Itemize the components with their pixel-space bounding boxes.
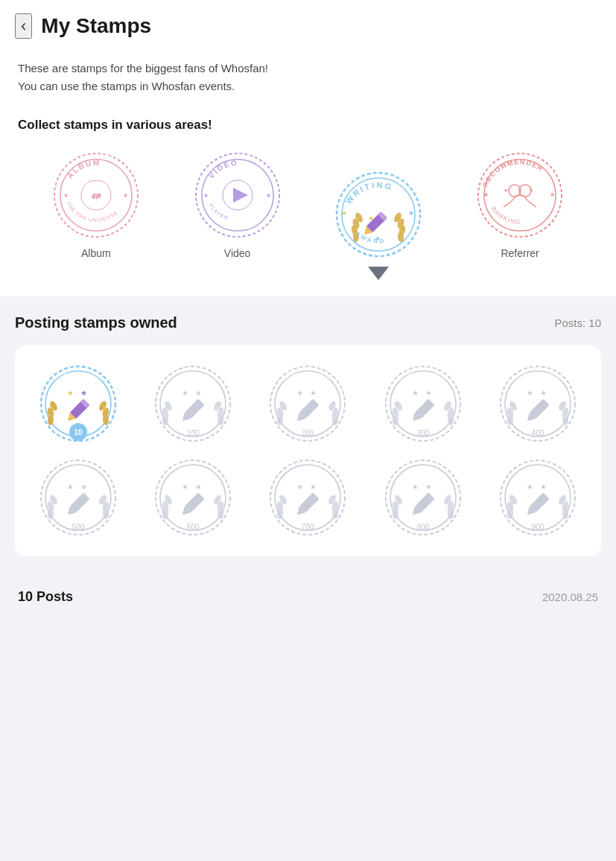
svg-text:★: ★ (425, 483, 432, 491)
grid-stamp-circle-10: ★ ★ 10 (37, 363, 119, 445)
page-title: My Stamps (41, 14, 151, 38)
svg-text:𝓌: 𝓌 (91, 187, 102, 202)
svg-marker-14 (233, 188, 248, 203)
svg-text:★: ★ (412, 389, 419, 397)
svg-text:PLAYER: PLAYER (208, 203, 229, 221)
svg-text:★: ★ (310, 389, 317, 397)
svg-text:★: ★ (296, 389, 303, 397)
detail-header: Posting stamps owned Posts: 10 (15, 314, 601, 331)
svg-text:★: ★ (527, 483, 533, 491)
active-stamp-arrow (368, 267, 389, 280)
svg-text:★: ★ (182, 389, 188, 397)
svg-text:★: ★ (425, 389, 432, 397)
header: ‹ My Stamps (0, 0, 616, 39)
posts-count: Posts: 10 (554, 317, 601, 329)
description-section: These are stamps for the biggest fans of… (0, 39, 616, 110)
svg-text:400: 400 (532, 429, 544, 437)
svg-text:★: ★ (195, 389, 202, 397)
svg-text:RANKING: RANKING (490, 206, 521, 226)
svg-text:10: 10 (74, 428, 83, 436)
svg-text:200: 200 (302, 429, 314, 437)
svg-text:★: ★ (408, 209, 414, 217)
svg-text:★: ★ (203, 192, 209, 199)
svg-text:WRITING: WRITING (344, 180, 395, 206)
svg-text:★: ★ (80, 389, 87, 397)
svg-text:800: 800 (416, 523, 429, 531)
collect-section: Collect stamps in various areas! (0, 110, 616, 296)
svg-text:★: ★ (527, 389, 533, 397)
stamp-item-video[interactable]: VIDEO ★ ★ PLAYER Video (193, 150, 282, 259)
grid-stamp-10[interactable]: ★ ★ 10 (27, 363, 130, 445)
svg-text:★: ★ (540, 389, 547, 397)
svg-text:600: 600 (187, 523, 200, 531)
grid-stamp-400[interactable]: ★ ★ 400 (486, 363, 589, 445)
svg-text:RECOMMENDER: RECOMMENDER (481, 159, 544, 188)
svg-text:★: ★ (341, 209, 347, 217)
referrer-stamp-label: Referrer (501, 247, 539, 259)
svg-text:★: ★ (310, 483, 317, 491)
footer-section: 10 Posts 2020.08.25 (0, 571, 616, 623)
svg-text:★: ★ (67, 389, 74, 397)
album-stamp-circle: ALBUM ★ ★ 𝓌 THE FAN UNIVERSE (51, 150, 141, 240)
detail-section: Posting stamps owned Posts: 10 (0, 296, 616, 571)
video-stamp-label: Video (224, 247, 251, 259)
svg-text:★: ★ (296, 483, 303, 491)
grid-stamp-300[interactable]: ★ ★ 300 (372, 363, 474, 445)
svg-text:★: ★ (504, 188, 508, 193)
description-text: These are stamps for the biggest fans of… (18, 60, 598, 95)
back-button[interactable]: ‹ (15, 13, 32, 39)
grid-stamp-500[interactable]: ★ ★ 500 (27, 457, 130, 538)
writing-stamp-circle: WRITING ★ ★ (334, 170, 423, 259)
referrer-stamp-circle: RECOMMENDER ★ ★ ★ ★ RANKING (475, 150, 565, 240)
grid-stamp-700[interactable]: ★ ★ 700 (256, 457, 359, 538)
svg-text:★: ★ (67, 483, 74, 491)
svg-text:★: ★ (63, 192, 69, 199)
video-stamp-circle: VIDEO ★ ★ PLAYER (193, 150, 282, 240)
footer-date: 2020.08.25 (542, 591, 598, 603)
svg-text:300: 300 (416, 429, 429, 437)
detail-title: Posting stamps owned (15, 314, 177, 331)
svg-text:100: 100 (187, 429, 200, 437)
stamps-grid-container: ★ ★ 10 (15, 345, 601, 556)
footer-posts: 10 Posts (18, 589, 73, 605)
svg-text:★: ★ (182, 483, 188, 491)
album-stamp-label: Album (81, 247, 111, 259)
svg-text:900: 900 (532, 523, 544, 531)
grid-stamp-100[interactable]: ★ ★ 100 (142, 363, 244, 445)
stamps-grid: ★ ★ 10 (27, 363, 589, 538)
svg-text:★: ★ (529, 188, 533, 193)
stamp-item-album[interactable]: ALBUM ★ ★ 𝓌 THE FAN UNIVERSE Album (51, 150, 141, 259)
svg-text:THE FAN UNIVERSE: THE FAN UNIVERSE (66, 200, 119, 223)
svg-text:★: ★ (550, 191, 555, 198)
stamps-nav: ALBUM ★ ★ 𝓌 THE FAN UNIVERSE Album (18, 150, 598, 259)
stamp-item-referrer[interactable]: RECOMMENDER ★ ★ ★ ★ RANKING (475, 150, 565, 259)
svg-text:★: ★ (483, 191, 489, 198)
grid-stamp-600[interactable]: ★ ★ 600 (142, 457, 244, 538)
collect-title: Collect stamps in various areas! (18, 118, 598, 133)
svg-text:700: 700 (302, 523, 314, 531)
svg-text:★: ★ (266, 192, 271, 199)
svg-text:★: ★ (412, 483, 419, 491)
svg-text:★: ★ (195, 483, 202, 491)
grid-stamp-200[interactable]: ★ ★ 200 (256, 363, 359, 445)
svg-text:★: ★ (540, 483, 547, 491)
svg-text:★: ★ (80, 483, 87, 491)
grid-stamp-800[interactable]: ★ ★ 800 (372, 457, 474, 538)
grid-stamp-900[interactable]: ★ ★ 900 (486, 457, 589, 538)
svg-text:500: 500 (72, 523, 85, 531)
stamp-item-writing[interactable]: WRITING ★ ★ (334, 170, 423, 259)
svg-text:★: ★ (123, 192, 128, 199)
